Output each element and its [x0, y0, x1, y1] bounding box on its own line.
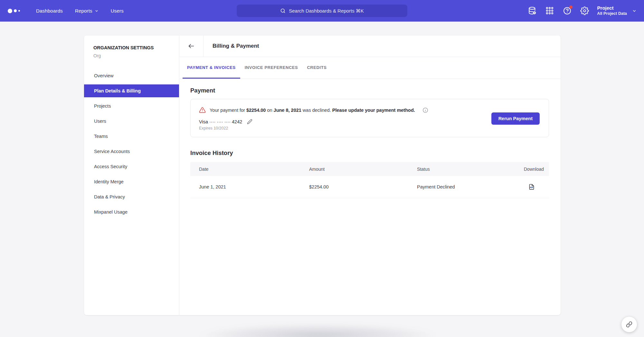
sidebar-item-label: Access Security — [94, 164, 127, 169]
warning-triangle-icon — [199, 107, 206, 113]
alert-mid: on — [266, 108, 273, 113]
search-placeholder: Search Dashboards & Reports ⌘K — [289, 8, 364, 14]
sidebar-heading: ORGANIZATION SETTINGS — [84, 45, 179, 50]
sidebar-item-label: Teams — [94, 134, 108, 139]
tab-label: CREDITS — [307, 65, 327, 70]
column-header-date: Date — [199, 167, 309, 172]
sidebar-item-label: Mixpanel Usage — [94, 209, 128, 215]
tab-invoice-preferences[interactable]: INVOICE PREFERENCES — [240, 57, 303, 79]
invoice-download-cell: PDF — [505, 183, 544, 190]
invoice-table-header: Date Amount Status Download — [190, 162, 549, 176]
invoice-date-cell: June 1, 2021 — [199, 184, 309, 189]
sidebar-item-label: Users — [94, 119, 106, 124]
tab-content: Payment Your payment for $2254.00 on Jun… — [179, 79, 561, 198]
card-expiry-label: Expires 10/2022 — [199, 126, 491, 130]
rerun-payment-button[interactable]: Rerun Payment — [491, 112, 540, 125]
alert-amount: $2254.00 — [246, 108, 266, 113]
help-icon[interactable] — [563, 6, 572, 15]
data-management-icon[interactable] — [528, 6, 537, 15]
logo-dot-large — [8, 9, 12, 13]
nav-dashboards[interactable]: Dashboards — [36, 8, 63, 14]
payment-card: Your payment for $2254.00 on June 8, 202… — [190, 99, 549, 137]
pdf-download-icon[interactable]: PDF — [528, 183, 535, 190]
sidebar-item-overview[interactable]: Overview — [84, 69, 179, 82]
invoice-status-cell: Payment Declined — [417, 184, 505, 189]
mixpanel-logo[interactable] — [8, 9, 28, 13]
invoice-history-section: Invoice History Date Amount Status Downl… — [190, 149, 549, 198]
tab-label: PAYMENT & INVOICES — [187, 65, 236, 70]
page-title: Billing & Payment — [213, 35, 259, 57]
payment-card-details: Your payment for $2254.00 on June 8, 202… — [199, 107, 491, 130]
alert-date: June 8, 2021 — [274, 108, 301, 113]
logo-dot-small — [18, 10, 20, 12]
sidebar-item-plan-details-billing[interactable]: Plan Details & Billing — [84, 84, 179, 97]
sidebar-item-access-security[interactable]: Access Security — [84, 160, 179, 173]
sidebar-item-label: Plan Details & Billing — [94, 88, 141, 93]
invoice-amount-cell: $2254.00 — [309, 184, 417, 189]
column-header-status: Status — [417, 167, 505, 172]
tab-credits[interactable]: CREDITS — [302, 57, 331, 79]
topbar-actions: Project All Project Data — [519, 5, 637, 16]
apps-grid-icon[interactable] — [545, 6, 554, 15]
top-navigation-bar: Dashboards Reports Users Search Dashboar… — [0, 0, 644, 22]
back-button[interactable] — [179, 35, 204, 57]
sidebar-item-label: Projects — [94, 103, 111, 109]
chevron-down-icon — [632, 9, 637, 13]
notification-badge — [569, 5, 573, 9]
sidebar-item-data-privacy[interactable]: Data & Privacy — [84, 190, 179, 203]
settings-gear-icon[interactable] — [580, 6, 589, 15]
alert-message: Your payment for $2254.00 on June 8, 202… — [210, 108, 415, 113]
sidebar-item-service-accounts[interactable]: Service Accounts — [84, 145, 179, 158]
sidebar-org-name: Org — [84, 50, 179, 58]
nav-users-label: Users — [111, 8, 124, 14]
billing-content: Billing & Payment PAYMENT & INVOICES INV… — [179, 35, 561, 315]
invoice-history-heading: Invoice History — [190, 149, 549, 157]
billing-tabs: PAYMENT & INVOICES INVOICE PREFERENCES C… — [179, 57, 561, 79]
sidebar-item-label: Service Accounts — [94, 149, 130, 154]
main-nav: Dashboards Reports Users — [36, 8, 124, 14]
bottom-edge-shadow — [196, 324, 440, 337]
sidebar-item-label: Overview — [94, 73, 113, 78]
project-switcher-subtitle: All Project Data — [597, 11, 627, 16]
sidebar-nav-list: Overview Plan Details & Billing Projects… — [84, 69, 179, 218]
sidebar-item-mixpanel-usage[interactable]: Mixpanel Usage — [84, 206, 179, 218]
global-search-bar[interactable]: Search Dashboards & Reports ⌘K — [237, 5, 407, 17]
alert-prefix: Your payment for — [210, 108, 246, 113]
content-header: Billing & Payment — [179, 35, 561, 57]
sidebar-item-teams[interactable]: Teams — [84, 130, 179, 143]
tab-payment-invoices[interactable]: PAYMENT & INVOICES — [183, 57, 240, 79]
tab-label: INVOICE PREFERENCES — [245, 65, 298, 70]
payment-section-heading: Payment — [190, 87, 549, 94]
logo-dot-medium — [14, 9, 17, 12]
link-icon — [626, 321, 632, 328]
search-icon — [280, 8, 286, 14]
column-header-amount: Amount — [309, 167, 417, 172]
info-icon[interactable] — [422, 107, 428, 113]
sidebar-item-label: Identity Merge — [94, 179, 124, 184]
share-link-button[interactable] — [621, 317, 637, 332]
sidebar-item-identity-merge[interactable]: Identity Merge — [84, 175, 179, 188]
chevron-down-icon — [95, 9, 99, 13]
svg-text:PDF: PDF — [530, 187, 533, 189]
edit-pencil-icon[interactable] — [247, 119, 252, 124]
settings-sidebar: ORGANIZATION SETTINGS Org Overview Plan … — [84, 35, 179, 315]
alert-suffix: was declined. — [301, 108, 332, 113]
invoice-table: Date Amount Status Download June 1, 2021… — [190, 162, 549, 198]
project-switcher[interactable]: Project All Project Data — [597, 5, 637, 16]
nav-reports-label: Reports — [75, 8, 92, 14]
sidebar-item-projects[interactable]: Projects — [84, 100, 179, 112]
card-number-label: Visa ···· ···· ···· 4242 — [199, 119, 242, 124]
table-row: June 1, 2021 $2254.00 Payment Declined P… — [190, 176, 549, 198]
column-header-download: Download — [505, 167, 544, 172]
organization-settings-panel: ORGANIZATION SETTINGS Org Overview Plan … — [84, 35, 561, 315]
sidebar-item-users[interactable]: Users — [84, 115, 179, 128]
alert-cta: Please update your payment method. — [332, 108, 415, 113]
arrow-left-icon — [188, 43, 195, 50]
project-switcher-title: Project — [597, 5, 627, 11]
nav-dashboards-label: Dashboards — [36, 8, 63, 14]
payment-declined-alert: Your payment for $2254.00 on June 8, 202… — [199, 107, 491, 113]
nav-users[interactable]: Users — [111, 8, 124, 14]
nav-reports[interactable]: Reports — [75, 8, 99, 14]
sidebar-item-label: Data & Privacy — [94, 194, 125, 199]
payment-method-row: Visa ···· ···· ···· 4242 — [199, 119, 491, 124]
